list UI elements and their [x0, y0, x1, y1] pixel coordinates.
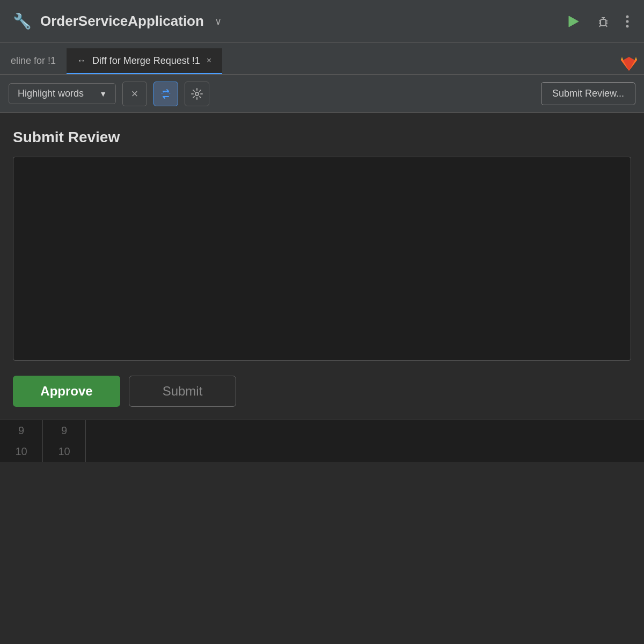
- svg-line-9: [606, 25, 607, 27]
- svg-rect-1: [601, 19, 606, 26]
- svg-line-8: [599, 25, 601, 27]
- close-diff-button[interactable]: ×: [122, 82, 147, 106]
- highlight-words-dropdown[interactable]: Highlight words ▼: [9, 83, 116, 104]
- tab-diff-label: Diff for Merge Request !1: [92, 55, 200, 67]
- table-row: 10 10: [0, 441, 644, 462]
- debug-button[interactable]: [594, 12, 613, 31]
- tab-close-icon[interactable]: ×: [207, 56, 211, 65]
- table-row: 9 9: [0, 420, 644, 441]
- action-buttons: Approve Submit: [13, 376, 631, 407]
- title-bar-actions: [564, 12, 631, 31]
- line-number-left-9: 9: [0, 420, 43, 441]
- section-title: Submit Review: [13, 129, 631, 146]
- tab-pipeline[interactable]: eline for !1: [0, 48, 67, 74]
- toolbar: Highlight words ▼ × Submit Review...: [0, 75, 644, 113]
- line-number-right-9: 9: [43, 420, 86, 441]
- highlight-words-label: Highlight words: [18, 88, 84, 99]
- approve-label: Approve: [40, 384, 92, 398]
- dropdown-arrow-icon: ▼: [99, 90, 107, 98]
- tab-diff[interactable]: ↔ Diff for Merge Request !1 ×: [67, 48, 222, 74]
- submit-review-button[interactable]: Submit Review...: [541, 82, 635, 105]
- tab-diff-arrow: ↔: [77, 56, 86, 65]
- submit-review-label: Submit Review...: [552, 88, 624, 99]
- review-textarea[interactable]: [13, 157, 631, 361]
- submit-button[interactable]: Submit: [129, 376, 236, 407]
- line-number-right-10: 10: [43, 441, 86, 462]
- settings-button[interactable]: [185, 82, 209, 106]
- diff-line-content-2: [86, 448, 644, 456]
- sync-scroll-button[interactable]: [153, 82, 178, 106]
- submit-review-panel: Submit Review Approve Submit: [0, 113, 644, 420]
- svg-marker-0: [569, 16, 579, 27]
- tab-pipeline-label: eline for !1: [11, 55, 56, 67]
- svg-point-10: [626, 15, 629, 18]
- chevron-down-icon: ∨: [215, 16, 222, 27]
- svg-point-11: [626, 20, 629, 23]
- app-icon: 🔧: [13, 12, 32, 30]
- close-icon: ×: [131, 87, 138, 101]
- svg-point-13: [195, 92, 199, 96]
- svg-point-12: [626, 25, 629, 27]
- diff-line-content: [86, 427, 644, 435]
- title-bar: 🔧 OrderServiceApplication ∨: [0, 0, 644, 43]
- more-options-button[interactable]: [624, 12, 631, 31]
- tab-bar: eline for !1 ↔ Diff for Merge Request !1…: [0, 43, 644, 75]
- line-number-left-10: 10: [0, 441, 43, 462]
- diff-area: 9 9 10 10: [0, 420, 644, 462]
- gear-icon: [191, 87, 203, 100]
- run-button[interactable]: [564, 12, 583, 31]
- submit-label: Submit: [163, 384, 203, 398]
- approve-button[interactable]: Approve: [13, 376, 120, 407]
- app-title: OrderServiceApplication: [40, 13, 204, 30]
- sync-icon: [159, 87, 172, 100]
- gitlab-logo: [618, 53, 640, 74]
